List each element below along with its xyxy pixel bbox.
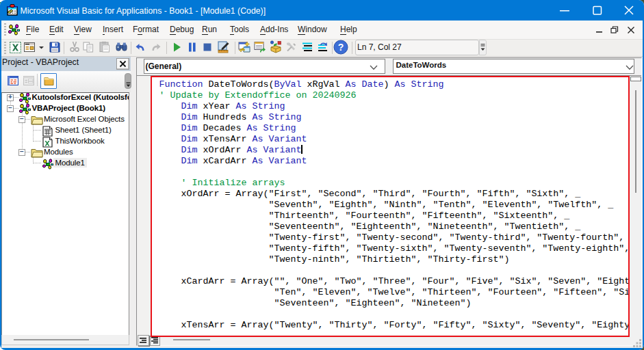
svg-text:?: ? [338,42,344,53]
